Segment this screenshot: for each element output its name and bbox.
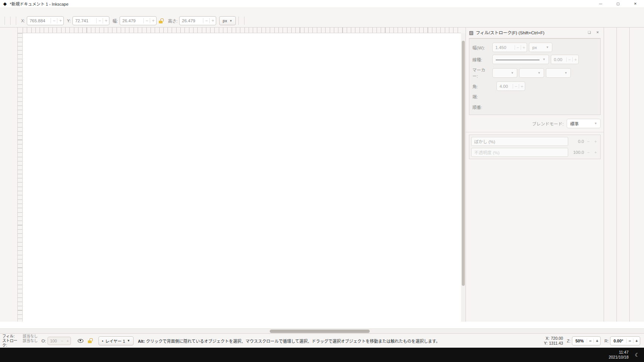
- layer-lock-icon[interactable]: [88, 338, 92, 343]
- blend-mode-dropdown[interactable]: 標準▼: [567, 119, 601, 128]
- marker-mid-dropdown[interactable]: ▼: [519, 68, 544, 78]
- blur-value[interactable]: 0.0: [570, 139, 584, 144]
- night-mode-icon[interactable]: ☾: [633, 351, 641, 359]
- dash-offset-field[interactable]: 0.00−+: [551, 55, 579, 64]
- commands-bar: [616, 28, 629, 322]
- rotation-field[interactable]: 0.00°−+: [610, 336, 640, 345]
- miter-limit-field[interactable]: 4.00−+: [496, 81, 525, 91]
- order-label: 順番:: [472, 102, 490, 110]
- dash-label: 線種:: [472, 57, 490, 63]
- fill-stroke-dialog-title: フィル/ストローク(F) (Shift+Ctrl+F): [476, 29, 544, 35]
- blend-mode-label: ブレンドモード:: [532, 121, 564, 127]
- height-field[interactable]: 26.479−+: [179, 16, 216, 25]
- corner-label: 角:: [472, 83, 490, 89]
- opacity-row: 不透明度 (%) 100.0 −+: [471, 148, 598, 157]
- opacity-label: O:: [41, 339, 46, 343]
- status-bar: フィル:該当なし ストローク:該当なし O: 100−+ •レイヤー 1▼ Al…: [0, 333, 644, 348]
- status-message: Alt: クリックで背面側に隠れているオブジェクトを選択、マウススクロールで循環…: [138, 338, 540, 344]
- snap-controls-bar: [629, 28, 644, 322]
- blur-slider[interactable]: ぼかし (%): [471, 137, 568, 146]
- zoom-field[interactable]: 50%−+: [572, 336, 601, 345]
- fill-stroke-dialog: ▨ フィル/ストローク(F) (Shift+Ctrl+F) ❏ ✕ 幅(W): …: [466, 28, 604, 322]
- guide-lock-toggle[interactable]: [18, 28, 23, 33]
- toolbox: [0, 28, 18, 322]
- stroke-width-field[interactable]: 1.450−+: [492, 43, 527, 52]
- dialog-float-button[interactable]: ❏: [586, 29, 592, 35]
- window-controls: — ▢ ✕: [592, 0, 644, 7]
- x-field-label: X:: [21, 18, 25, 23]
- marker-start-dropdown[interactable]: ▼: [492, 68, 517, 78]
- minimize-button[interactable]: —: [592, 0, 609, 7]
- opacity-slider[interactable]: 不透明度 (%): [471, 148, 568, 157]
- blur-row: ぼかし (%) 0.0 −+: [471, 137, 598, 146]
- palette-scrollbar-thumb[interactable]: [270, 330, 370, 333]
- inkscape-window: ◆ *新規ドキュメント 1 - Inkscape — ▢ ✕ X: 765.88…: [0, 0, 644, 362]
- fill-stroke-dialog-icon: ▨: [469, 30, 473, 35]
- window-title: *新規ドキュメント 1 - Inkscape: [10, 1, 68, 7]
- horizontal-ruler: [23, 28, 461, 33]
- zoom-label: Z:: [567, 339, 570, 343]
- stroke-unit-dropdown[interactable]: px▼: [529, 43, 552, 52]
- color-palette: [0, 322, 644, 328]
- canvas[interactable]: [23, 33, 461, 322]
- marker-label: マーカー:: [472, 67, 490, 79]
- taskbar-clock[interactable]: 11:47 2021/10/18: [609, 350, 629, 360]
- y-field[interactable]: 72.741−+: [72, 16, 109, 25]
- canvas-area: [18, 28, 466, 322]
- rotation-label: R:: [604, 339, 609, 343]
- dialog-close-button[interactable]: ✕: [595, 29, 601, 35]
- width-field-label: 幅:: [112, 18, 118, 24]
- title-bar: ◆ *新規ドキュメント 1 - Inkscape — ▢ ✕: [0, 0, 644, 7]
- object-opacity-field[interactable]: 100−+: [48, 337, 71, 345]
- vertical-scrollbar-thumb[interactable]: [462, 41, 465, 286]
- fill-stroke-indicator[interactable]: フィル:該当なし ストローク:該当なし: [2, 334, 38, 348]
- y-field-label: Y:: [67, 18, 71, 23]
- vertical-ruler: [18, 33, 23, 322]
- layer-selector[interactable]: •レイヤー 1▼: [98, 336, 134, 345]
- lock-ratio-icon[interactable]: [159, 18, 163, 23]
- menu-bar: [0, 7, 644, 14]
- width-field[interactable]: 26.479−+: [120, 16, 157, 25]
- close-button[interactable]: ✕: [627, 0, 644, 7]
- cap-label: 端:: [472, 94, 490, 100]
- opacity-value[interactable]: 100.0: [570, 150, 584, 155]
- inkscape-logo-icon: ◆: [2, 1, 8, 6]
- windows-taskbar: 11:47 2021/10/18 ☾: [0, 348, 644, 362]
- collapsed-dialog-tabs: [604, 28, 616, 322]
- layer-visibility-icon[interactable]: [78, 339, 83, 343]
- stroke-width-label: 幅(W):: [472, 44, 490, 51]
- palette-scrollbar[interactable]: [0, 328, 644, 333]
- unit-dropdown[interactable]: px▼: [219, 16, 236, 25]
- dash-pattern-dropdown[interactable]: ▼: [492, 55, 549, 64]
- maximize-button[interactable]: ▢: [609, 0, 627, 7]
- tool-controls-bar: X: 765.884−+ Y: 72.741−+ 幅: 26.479−+ 高さ:…: [0, 14, 644, 28]
- marker-end-dropdown[interactable]: ▼: [546, 68, 571, 78]
- height-field-label: 高さ:: [168, 18, 177, 24]
- x-field[interactable]: 765.884−+: [27, 16, 64, 25]
- cursor-position: X:720.00 Y:1311.43: [544, 336, 563, 346]
- vertical-scrollbar[interactable]: [461, 33, 466, 322]
